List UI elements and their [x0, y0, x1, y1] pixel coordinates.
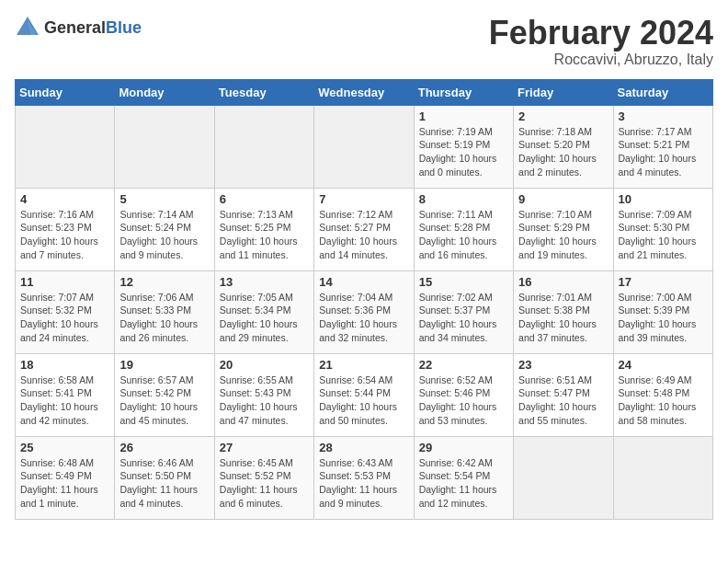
calendar-cell: 1Sunrise: 7:19 AM Sunset: 5:19 PM Daylig…	[414, 105, 513, 188]
header-row: SundayMondayTuesdayWednesdayThursdayFrid…	[16, 79, 713, 105]
day-info: Sunrise: 6:51 AM Sunset: 5:47 PM Dayligh…	[518, 373, 608, 428]
day-number: 13	[220, 275, 309, 289]
column-header-thursday: Thursday	[414, 79, 513, 105]
day-info: Sunrise: 6:49 AM Sunset: 5:48 PM Dayligh…	[619, 373, 708, 428]
column-header-wednesday: Wednesday	[314, 79, 414, 105]
calendar-cell: 29Sunrise: 6:42 AM Sunset: 5:54 PM Dayli…	[414, 436, 513, 519]
calendar-cell	[115, 105, 214, 188]
day-number: 5	[119, 192, 209, 206]
day-number: 24	[619, 358, 708, 372]
day-number: 25	[20, 441, 109, 454]
calendar-cell: 6Sunrise: 7:13 AM Sunset: 5:25 PM Daylig…	[214, 188, 313, 270]
calendar-cell: 8Sunrise: 7:11 AM Sunset: 5:28 PM Daylig…	[414, 188, 513, 270]
calendar-cell: 13Sunrise: 7:05 AM Sunset: 5:34 PM Dayli…	[214, 270, 313, 353]
day-info: Sunrise: 6:43 AM Sunset: 5:53 PM Dayligh…	[319, 456, 408, 511]
calendar-cell	[613, 436, 712, 519]
calendar-cell	[314, 105, 414, 188]
calendar-cell: 18Sunrise: 6:58 AM Sunset: 5:41 PM Dayli…	[16, 353, 115, 436]
calendar-cell: 11Sunrise: 7:07 AM Sunset: 5:32 PM Dayli…	[16, 270, 115, 353]
week-row-4: 18Sunrise: 6:58 AM Sunset: 5:41 PM Dayli…	[16, 353, 713, 436]
day-number: 27	[220, 441, 309, 454]
logo-icon	[15, 15, 40, 40]
calendar-cell: 22Sunrise: 6:52 AM Sunset: 5:46 PM Dayli…	[414, 353, 513, 436]
logo-general: General	[44, 18, 106, 37]
column-header-saturday: Saturday	[613, 79, 712, 105]
calendar-cell: 5Sunrise: 7:14 AM Sunset: 5:24 PM Daylig…	[115, 188, 214, 270]
calendar-header: SundayMondayTuesdayWednesdayThursdayFrid…	[16, 79, 713, 105]
week-row-5: 25Sunrise: 6:48 AM Sunset: 5:49 PM Dayli…	[16, 436, 713, 519]
day-number: 17	[619, 275, 708, 289]
page-header: GeneralBlue February 2024 Roccavivi, Abr…	[15, 15, 713, 68]
day-info: Sunrise: 7:09 AM Sunset: 5:30 PM Dayligh…	[619, 208, 708, 262]
column-header-friday: Friday	[514, 79, 613, 105]
calendar-cell: 2Sunrise: 7:18 AM Sunset: 5:20 PM Daylig…	[514, 105, 613, 188]
day-number: 7	[319, 192, 408, 206]
calendar-cell	[16, 105, 115, 188]
day-number: 21	[319, 358, 408, 372]
calendar-cell: 14Sunrise: 7:04 AM Sunset: 5:36 PM Dayli…	[314, 270, 414, 353]
day-number: 6	[220, 192, 309, 206]
calendar-cell: 17Sunrise: 7:00 AM Sunset: 5:39 PM Dayli…	[613, 270, 712, 353]
svg-marker-0	[17, 17, 39, 35]
calendar-cell	[214, 105, 313, 188]
calendar-cell: 20Sunrise: 6:55 AM Sunset: 5:43 PM Dayli…	[214, 353, 313, 436]
week-row-2: 4Sunrise: 7:16 AM Sunset: 5:23 PM Daylig…	[16, 188, 713, 270]
day-info: Sunrise: 6:52 AM Sunset: 5:46 PM Dayligh…	[419, 373, 508, 428]
calendar-cell: 28Sunrise: 6:43 AM Sunset: 5:53 PM Dayli…	[314, 436, 414, 519]
calendar-body: 1Sunrise: 7:19 AM Sunset: 5:19 PM Daylig…	[16, 105, 713, 519]
calendar-cell: 25Sunrise: 6:48 AM Sunset: 5:49 PM Dayli…	[16, 436, 115, 519]
day-number: 3	[619, 109, 708, 123]
day-number: 1	[419, 109, 508, 123]
calendar-cell	[514, 436, 613, 519]
day-number: 12	[119, 275, 209, 289]
day-number: 14	[319, 275, 408, 289]
day-info: Sunrise: 6:58 AM Sunset: 5:41 PM Dayligh…	[20, 373, 109, 428]
main-title: February 2024	[489, 15, 713, 52]
day-info: Sunrise: 7:18 AM Sunset: 5:20 PM Dayligh…	[518, 125, 608, 179]
day-info: Sunrise: 6:57 AM Sunset: 5:42 PM Dayligh…	[119, 373, 209, 428]
day-info: Sunrise: 7:06 AM Sunset: 5:33 PM Dayligh…	[119, 291, 209, 345]
day-number: 8	[419, 192, 508, 206]
calendar-cell: 12Sunrise: 7:06 AM Sunset: 5:33 PM Dayli…	[115, 270, 214, 353]
calendar-cell: 15Sunrise: 7:02 AM Sunset: 5:37 PM Dayli…	[414, 270, 513, 353]
calendar-cell: 9Sunrise: 7:10 AM Sunset: 5:29 PM Daylig…	[514, 188, 613, 270]
day-number: 19	[119, 358, 209, 372]
calendar-cell: 19Sunrise: 6:57 AM Sunset: 5:42 PM Dayli…	[115, 353, 214, 436]
day-number: 26	[119, 441, 209, 454]
calendar-cell: 16Sunrise: 7:01 AM Sunset: 5:38 PM Dayli…	[514, 270, 613, 353]
day-info: Sunrise: 7:19 AM Sunset: 5:19 PM Dayligh…	[419, 125, 508, 179]
week-row-1: 1Sunrise: 7:19 AM Sunset: 5:19 PM Daylig…	[16, 105, 713, 188]
day-info: Sunrise: 7:12 AM Sunset: 5:27 PM Dayligh…	[319, 208, 408, 262]
day-number: 22	[419, 358, 508, 372]
calendar-cell: 24Sunrise: 6:49 AM Sunset: 5:48 PM Dayli…	[613, 353, 712, 436]
day-info: Sunrise: 7:17 AM Sunset: 5:21 PM Dayligh…	[619, 125, 708, 179]
day-info: Sunrise: 7:16 AM Sunset: 5:23 PM Dayligh…	[20, 208, 109, 262]
day-info: Sunrise: 7:02 AM Sunset: 5:37 PM Dayligh…	[419, 291, 508, 345]
day-info: Sunrise: 6:46 AM Sunset: 5:50 PM Dayligh…	[119, 456, 209, 511]
day-info: Sunrise: 7:01 AM Sunset: 5:38 PM Dayligh…	[518, 291, 608, 345]
calendar-cell: 10Sunrise: 7:09 AM Sunset: 5:30 PM Dayli…	[613, 188, 712, 270]
day-number: 16	[518, 275, 608, 289]
day-number: 9	[518, 192, 608, 206]
day-info: Sunrise: 6:55 AM Sunset: 5:43 PM Dayligh…	[220, 373, 309, 428]
day-info: Sunrise: 7:00 AM Sunset: 5:39 PM Dayligh…	[619, 291, 708, 345]
day-info: Sunrise: 7:10 AM Sunset: 5:29 PM Dayligh…	[518, 208, 608, 262]
title-block: February 2024 Roccavivi, Abruzzo, Italy	[489, 15, 713, 68]
calendar-cell: 4Sunrise: 7:16 AM Sunset: 5:23 PM Daylig…	[16, 188, 115, 270]
day-number: 15	[419, 275, 508, 289]
column-header-sunday: Sunday	[16, 79, 115, 105]
logo-text: GeneralBlue	[44, 18, 142, 38]
day-number: 11	[20, 275, 109, 289]
day-number: 20	[220, 358, 309, 372]
day-number: 18	[20, 358, 109, 372]
day-info: Sunrise: 7:04 AM Sunset: 5:36 PM Dayligh…	[319, 291, 408, 345]
day-info: Sunrise: 6:48 AM Sunset: 5:49 PM Dayligh…	[20, 456, 109, 511]
day-info: Sunrise: 7:07 AM Sunset: 5:32 PM Dayligh…	[20, 291, 109, 345]
day-info: Sunrise: 7:11 AM Sunset: 5:28 PM Dayligh…	[419, 208, 508, 262]
day-info: Sunrise: 6:45 AM Sunset: 5:52 PM Dayligh…	[220, 456, 309, 511]
logo: GeneralBlue	[15, 15, 142, 40]
logo-blue: Blue	[106, 18, 142, 37]
day-info: Sunrise: 7:14 AM Sunset: 5:24 PM Dayligh…	[119, 208, 209, 262]
subtitle: Roccavivi, Abruzzo, Italy	[489, 52, 713, 68]
day-number: 4	[20, 192, 109, 206]
